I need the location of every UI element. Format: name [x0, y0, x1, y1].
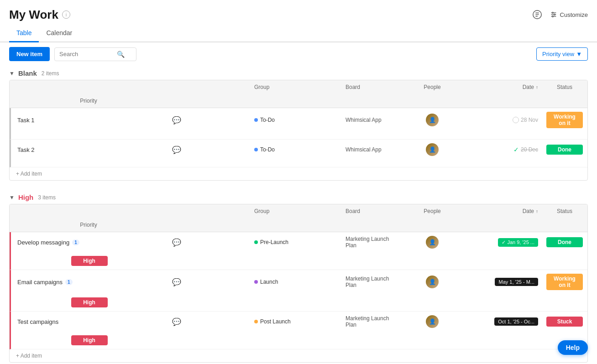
- section-title-blank: Blank: [18, 69, 37, 77]
- group-name: To-Do: [260, 146, 275, 153]
- avatar: 👤: [426, 276, 439, 288]
- date-badge: Oct 1, '25 - Oc...: [494, 317, 538, 326]
- badge-count: 1: [65, 279, 73, 285]
- group-name: Pre-Launch: [260, 239, 288, 245]
- date-col: Oct 1, '25 - Oc...: [469, 314, 542, 329]
- task-name[interactable]: Email campaigns 1: [11, 275, 168, 289]
- add-icon-col[interactable]: 💬: [168, 274, 250, 290]
- priority-badge: High: [71, 297, 108, 307]
- task-name[interactable]: Develop messaging 1: [11, 235, 168, 250]
- add-icon-col[interactable]: 💬: [168, 234, 250, 250]
- search-box: 🔍: [54, 47, 136, 61]
- status-col[interactable]: Done: [542, 234, 587, 251]
- date-col: May 1, '25 - M...: [469, 274, 542, 290]
- add-item-row-blank[interactable]: + Add item: [10, 167, 587, 180]
- task-name[interactable]: Task 1: [11, 113, 168, 127]
- status-col[interactable]: Stuck: [542, 313, 587, 330]
- priority-view-label: Priority view: [542, 51, 574, 57]
- priority-col[interactable]: High: [11, 294, 168, 311]
- search-input[interactable]: [59, 51, 114, 57]
- date-col: ✓20 Dec: [469, 142, 542, 157]
- main-content: ▼ Blank 2 items Group Board People Date↑…: [0, 66, 597, 364]
- avatar: 👤: [426, 236, 439, 249]
- table-header-high: Group Board People Date↑ Status Priority: [10, 204, 587, 232]
- collapse-arrow-blank[interactable]: ▼: [9, 70, 15, 77]
- date-badge: ✓ Jan 9, '25 ...: [498, 238, 538, 247]
- date-circle: [513, 117, 519, 123]
- board-col: Marketing Launch Plan: [341, 232, 396, 252]
- svg-point-4: [552, 12, 553, 14]
- collapse-arrow-high[interactable]: ▼: [9, 194, 15, 201]
- badge-count: 1: [72, 239, 79, 245]
- col-header-priority: Priority: [10, 94, 168, 108]
- tab-table[interactable]: Table: [9, 26, 39, 42]
- add-icon-col[interactable]: 💬: [168, 314, 250, 330]
- avatar: 👤: [426, 143, 439, 156]
- info-icon[interactable]: i: [62, 10, 70, 19]
- status-badge: Working on it: [546, 274, 583, 290]
- table-high: Group Board People Date↑ Status Priority…: [9, 204, 588, 363]
- svg-point-6: [552, 16, 553, 17]
- status-badge: Done: [546, 237, 583, 247]
- status-badge: Done: [546, 145, 583, 155]
- col-header-date: Date↑: [469, 80, 542, 94]
- people-col: 👤: [396, 110, 469, 130]
- group-name: To-Do: [260, 117, 275, 123]
- add-icon-col[interactable]: 💬: [168, 142, 250, 158]
- board-col: Marketing Launch Plan: [341, 272, 396, 292]
- group-dot: [254, 320, 258, 323]
- add-item-row-high[interactable]: + Add item: [10, 349, 587, 362]
- avatar: 👤: [426, 114, 439, 126]
- people-col: 👤: [396, 140, 469, 160]
- people-col: 👤: [396, 232, 469, 252]
- board-col: Whimsical App: [341, 143, 396, 156]
- add-icon-col[interactable]: 💬: [168, 112, 250, 128]
- avatar: 👤: [426, 315, 439, 328]
- section-high: ▼ High 3 items Group Board People Date↑ …: [9, 190, 588, 363]
- group-col: Pre-Launch: [250, 235, 341, 249]
- section-blank: ▼ Blank 2 items Group Board People Date↑…: [9, 66, 588, 181]
- header-right: Customize: [530, 7, 588, 22]
- toolbar: New item 🔍 Priority view ▼: [0, 42, 597, 66]
- section-header-blank: ▼ Blank 2 items: [9, 66, 588, 80]
- status-badge: Stuck: [546, 317, 583, 327]
- priority-view-button[interactable]: Priority view ▼: [536, 47, 588, 61]
- header-left: My Work i: [9, 8, 70, 22]
- date-col: 28 Nov: [469, 113, 542, 127]
- tabs: Table Calendar: [0, 26, 597, 42]
- col-header-people: People: [396, 80, 469, 94]
- status-col[interactable]: Working on it: [542, 108, 587, 132]
- task-name[interactable]: Task 2: [11, 143, 168, 157]
- priority-col[interactable]: High: [11, 252, 168, 270]
- people-col: 👤: [396, 272, 469, 292]
- new-item-button[interactable]: New item: [9, 47, 50, 61]
- task-name[interactable]: Test campaigns: [11, 315, 168, 329]
- date-value: 20 Dec: [521, 146, 538, 153]
- section-header-high: ▼ High 3 items: [9, 190, 588, 204]
- section-title-high: High: [18, 193, 33, 201]
- date-value: 28 Nov: [521, 117, 538, 123]
- svg-point-5: [554, 14, 555, 16]
- priority-col[interactable]: High: [11, 332, 168, 349]
- group-dot: [254, 280, 258, 284]
- group-col: To-Do: [250, 143, 341, 156]
- chat-icon[interactable]: [530, 7, 545, 22]
- board-col: Whimsical App: [341, 113, 396, 127]
- col-header-board: Board: [341, 80, 396, 94]
- page-title: My Work: [9, 8, 58, 22]
- status-col[interactable]: Done: [542, 141, 587, 158]
- section-count-high: 3 items: [38, 194, 56, 201]
- status-col[interactable]: Working on it: [542, 270, 587, 294]
- search-icon: 🔍: [117, 51, 125, 58]
- col-header-group: Group: [250, 80, 341, 94]
- status-badge: Working on it: [546, 112, 583, 128]
- table-header-blank: Group Board People Date↑ Status Priority: [10, 80, 587, 108]
- header: My Work i Customize: [0, 0, 597, 26]
- sort-icon: ↑: [536, 209, 538, 214]
- group-name: Post Launch: [260, 318, 291, 325]
- customize-button[interactable]: Customize: [550, 11, 588, 18]
- sort-icon: ↑: [536, 85, 538, 90]
- tab-calendar[interactable]: Calendar: [39, 26, 79, 42]
- date-col: ✓ Jan 9, '25 ...: [469, 234, 542, 250]
- help-button[interactable]: Help: [558, 340, 588, 355]
